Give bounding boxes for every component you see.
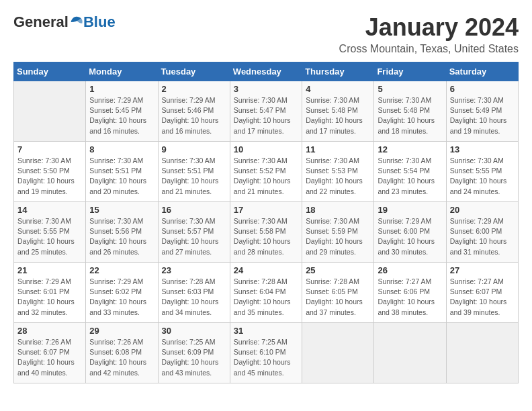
day-number: 16 (162, 205, 226, 215)
calendar-cell: 27Sunrise: 7:27 AMSunset: 6:07 PMDayligh… (446, 263, 518, 323)
calendar-cell: 5Sunrise: 7:30 AMSunset: 5:48 PMDaylight… (374, 81, 446, 142)
calendar-cell: 20Sunrise: 7:29 AMSunset: 6:00 PMDayligh… (446, 202, 518, 263)
day-info: Sunrise: 7:29 AMSunset: 6:00 PMDaylight:… (378, 216, 442, 257)
calendar-cell: 16Sunrise: 7:30 AMSunset: 5:57 PMDayligh… (158, 202, 230, 263)
logo-blue: Blue (83, 13, 116, 31)
calendar-cell: 1Sunrise: 7:29 AMSunset: 5:45 PMDaylight… (86, 81, 158, 142)
day-info: Sunrise: 7:30 AMSunset: 5:54 PMDaylight:… (378, 156, 442, 197)
calendar-cell: 24Sunrise: 7:28 AMSunset: 6:04 PMDayligh… (230, 263, 302, 323)
day-number: 31 (234, 326, 298, 336)
calendar-cell: 14Sunrise: 7:30 AMSunset: 5:55 PMDayligh… (14, 202, 86, 263)
day-info: Sunrise: 7:30 AMSunset: 5:53 PMDaylight:… (306, 156, 370, 197)
calendar-cell: 4Sunrise: 7:30 AMSunset: 5:48 PMDaylight… (302, 81, 374, 142)
day-number: 22 (89, 265, 154, 275)
day-number: 8 (89, 144, 154, 154)
calendar-cell: 11Sunrise: 7:30 AMSunset: 5:53 PMDayligh… (302, 142, 374, 202)
calendar-cell: 19Sunrise: 7:29 AMSunset: 6:00 PMDayligh… (374, 202, 446, 263)
day-number: 18 (306, 205, 370, 215)
calendar-header-row: SundayMondayTuesdayWednesdayThursdayFrid… (14, 62, 519, 81)
calendar-cell: 17Sunrise: 7:30 AMSunset: 5:58 PMDayligh… (230, 202, 302, 263)
day-info: Sunrise: 7:28 AMSunset: 6:03 PMDaylight:… (162, 277, 226, 318)
day-info: Sunrise: 7:29 AMSunset: 6:00 PMDaylight:… (450, 216, 515, 257)
day-number: 13 (450, 144, 515, 154)
calendar-cell: 31Sunrise: 7:25 AMSunset: 6:10 PMDayligh… (230, 323, 302, 383)
calendar-cell: 21Sunrise: 7:29 AMSunset: 6:01 PMDayligh… (14, 263, 86, 323)
day-number: 30 (162, 326, 226, 336)
day-info: Sunrise: 7:29 AMSunset: 5:45 PMDaylight:… (89, 95, 154, 136)
calendar-cell: 8Sunrise: 7:30 AMSunset: 5:51 PMDaylight… (86, 142, 158, 202)
day-number: 25 (306, 265, 370, 275)
day-header-wednesday: Wednesday (230, 62, 302, 81)
calendar-cell: 23Sunrise: 7:28 AMSunset: 6:03 PMDayligh… (158, 263, 230, 323)
day-header-friday: Friday (374, 62, 446, 81)
day-number: 24 (234, 265, 298, 275)
day-header-sunday: Sunday (14, 62, 86, 81)
logo: General Blue (13, 13, 116, 31)
day-number: 5 (378, 84, 442, 94)
month-title: January 2024 (339, 13, 519, 42)
page-header: General Blue January 2024 Cross Mountain… (13, 13, 519, 55)
calendar-cell: 30Sunrise: 7:25 AMSunset: 6:09 PMDayligh… (158, 323, 230, 383)
calendar-cell: 6Sunrise: 7:30 AMSunset: 5:49 PMDaylight… (446, 81, 518, 142)
day-info: Sunrise: 7:30 AMSunset: 5:57 PMDaylight:… (162, 216, 226, 257)
day-header-tuesday: Tuesday (158, 62, 230, 81)
day-number: 4 (306, 84, 370, 94)
logo-icon (70, 15, 83, 29)
calendar-cell: 26Sunrise: 7:27 AMSunset: 6:06 PMDayligh… (374, 263, 446, 323)
day-header-saturday: Saturday (446, 62, 518, 81)
day-info: Sunrise: 7:27 AMSunset: 6:06 PMDaylight:… (378, 277, 442, 318)
day-number: 15 (89, 205, 154, 215)
day-info: Sunrise: 7:26 AMSunset: 6:08 PMDaylight:… (89, 337, 154, 378)
calendar-table: SundayMondayTuesdayWednesdayThursdayFrid… (13, 62, 519, 383)
day-number: 23 (162, 265, 226, 275)
day-number: 9 (162, 144, 226, 154)
calendar-week-row: 7Sunrise: 7:30 AMSunset: 5:50 PMDaylight… (14, 142, 519, 202)
day-info: Sunrise: 7:25 AMSunset: 6:10 PMDaylight:… (234, 337, 298, 378)
day-info: Sunrise: 7:30 AMSunset: 5:55 PMDaylight:… (17, 216, 82, 257)
day-info: Sunrise: 7:27 AMSunset: 6:07 PMDaylight:… (450, 277, 515, 318)
day-info: Sunrise: 7:29 AMSunset: 6:01 PMDaylight:… (17, 277, 82, 318)
calendar-cell: 22Sunrise: 7:29 AMSunset: 6:02 PMDayligh… (86, 263, 158, 323)
day-info: Sunrise: 7:30 AMSunset: 5:52 PMDaylight:… (234, 156, 298, 197)
day-number: 1 (89, 84, 154, 94)
day-info: Sunrise: 7:30 AMSunset: 5:48 PMDaylight:… (306, 95, 370, 136)
calendar-week-row: 21Sunrise: 7:29 AMSunset: 6:01 PMDayligh… (14, 263, 519, 323)
calendar-cell (14, 81, 86, 142)
day-number: 27 (450, 265, 515, 275)
calendar-cell: 7Sunrise: 7:30 AMSunset: 5:50 PMDaylight… (14, 142, 86, 202)
calendar-cell: 29Sunrise: 7:26 AMSunset: 6:08 PMDayligh… (86, 323, 158, 383)
day-header-monday: Monday (86, 62, 158, 81)
day-info: Sunrise: 7:28 AMSunset: 6:05 PMDaylight:… (306, 277, 370, 318)
calendar-cell: 28Sunrise: 7:26 AMSunset: 6:07 PMDayligh… (14, 323, 86, 383)
calendar-week-row: 14Sunrise: 7:30 AMSunset: 5:55 PMDayligh… (14, 202, 519, 263)
calendar-cell: 9Sunrise: 7:30 AMSunset: 5:51 PMDaylight… (158, 142, 230, 202)
logo-general: General (13, 13, 69, 31)
calendar-cell: 15Sunrise: 7:30 AMSunset: 5:56 PMDayligh… (86, 202, 158, 263)
calendar-cell: 10Sunrise: 7:30 AMSunset: 5:52 PMDayligh… (230, 142, 302, 202)
day-number: 28 (17, 326, 82, 336)
day-info: Sunrise: 7:26 AMSunset: 6:07 PMDaylight:… (17, 337, 82, 378)
day-number: 20 (450, 205, 515, 215)
day-info: Sunrise: 7:25 AMSunset: 6:09 PMDaylight:… (162, 337, 226, 378)
day-number: 10 (234, 144, 298, 154)
calendar-cell (446, 323, 518, 383)
day-header-thursday: Thursday (302, 62, 374, 81)
day-info: Sunrise: 7:30 AMSunset: 5:58 PMDaylight:… (234, 216, 298, 257)
calendar-cell: 18Sunrise: 7:30 AMSunset: 5:59 PMDayligh… (302, 202, 374, 263)
day-info: Sunrise: 7:30 AMSunset: 5:47 PMDaylight:… (234, 95, 298, 136)
day-info: Sunrise: 7:30 AMSunset: 5:59 PMDaylight:… (306, 216, 370, 257)
calendar-week-row: 1Sunrise: 7:29 AMSunset: 5:45 PMDaylight… (14, 81, 519, 142)
day-info: Sunrise: 7:30 AMSunset: 5:55 PMDaylight:… (450, 156, 515, 197)
day-number: 26 (378, 265, 442, 275)
day-info: Sunrise: 7:30 AMSunset: 5:50 PMDaylight:… (17, 156, 82, 197)
day-number: 14 (17, 205, 82, 215)
calendar-cell: 13Sunrise: 7:30 AMSunset: 5:55 PMDayligh… (446, 142, 518, 202)
day-number: 12 (378, 144, 442, 154)
calendar-week-row: 28Sunrise: 7:26 AMSunset: 6:07 PMDayligh… (14, 323, 519, 383)
day-info: Sunrise: 7:30 AMSunset: 5:51 PMDaylight:… (162, 156, 226, 197)
title-block: January 2024 Cross Mountain, Texas, Unit… (339, 13, 519, 55)
location: Cross Mountain, Texas, United States (339, 43, 519, 55)
day-info: Sunrise: 7:29 AMSunset: 5:46 PMDaylight:… (162, 95, 226, 136)
day-info: Sunrise: 7:30 AMSunset: 5:56 PMDaylight:… (89, 216, 154, 257)
day-number: 7 (17, 144, 82, 154)
